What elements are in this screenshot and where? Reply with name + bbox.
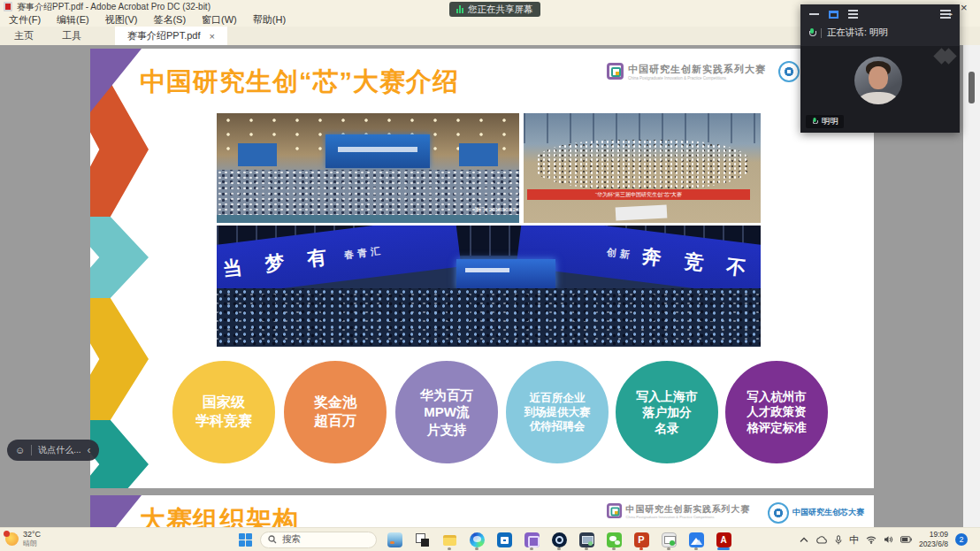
tab-close-icon[interactable]: × bbox=[210, 31, 215, 42]
series-logo-subtitle: China Postgraduate Innovation & Practice… bbox=[628, 76, 766, 80]
collapse-panel-icon[interactable] bbox=[940, 10, 951, 19]
ime-indicator[interactable]: 中 bbox=[849, 533, 859, 547]
chat-input[interactable]: 说点什么... bbox=[38, 444, 80, 456]
avatar-body bbox=[859, 92, 898, 104]
tab-tools[interactable]: 工具 bbox=[48, 27, 96, 45]
chat-bubble[interactable]: ☺ 说点什么... ‹ bbox=[7, 440, 99, 461]
window-close-button[interactable]: × bbox=[961, 2, 968, 13]
remote-desktop-icon bbox=[579, 532, 594, 547]
benefit-line: 国家级 bbox=[203, 394, 245, 412]
clock-time: 19:09 bbox=[919, 530, 948, 540]
taskbar-icon-store[interactable] bbox=[494, 529, 514, 550]
call-panel-header[interactable] bbox=[800, 4, 960, 24]
background-structures bbox=[524, 113, 761, 143]
chevron-decoration bbox=[90, 82, 149, 217]
red-banner-text: “华为杯”第三届中国研究生创“芯”大赛 bbox=[595, 191, 682, 199]
participant-name-chip: 明明 bbox=[806, 115, 844, 128]
series-competition-logo: 中国研究生创新实践系列大赛 China Postgraduate Innovat… bbox=[607, 503, 750, 519]
taskbar-icon-file-explorer[interactable] bbox=[440, 529, 459, 550]
banner-left-small-text: 春青汇 bbox=[343, 243, 384, 261]
taskbar-icon-acrobat[interactable]: A bbox=[714, 529, 733, 550]
collapse-chevron-icon[interactable]: ‹ bbox=[88, 444, 91, 456]
video-call-panel[interactable]: 正在讲话: 明明 明明 bbox=[800, 4, 960, 133]
pdf-page-1[interactable]: 中国研究生创“芯”大赛介绍 中国研究生创新实践系列大赛 China Postgr… bbox=[90, 49, 874, 488]
onedrive-cloud-icon[interactable] bbox=[815, 536, 828, 544]
menu-window[interactable]: 窗口(W) bbox=[202, 13, 237, 27]
weather-condition: 晴朗 bbox=[23, 540, 41, 548]
benefit-line: MPW流 bbox=[424, 403, 470, 421]
taskbar-icon-target-app[interactable] bbox=[549, 529, 569, 550]
taskbar-icon-squares-app[interactable] bbox=[412, 529, 432, 550]
menu-help[interactable]: 帮助(H) bbox=[253, 13, 286, 27]
tray-expand-chevron-icon[interactable] bbox=[800, 537, 808, 543]
chip-competition-logo-title: 中国研究生创芯大赛 bbox=[792, 507, 864, 518]
series-logo-icon bbox=[607, 503, 622, 518]
taskbar-icon-edge[interactable] bbox=[467, 529, 486, 550]
participant-name: 明明 bbox=[822, 116, 838, 127]
menu-sign[interactable]: 签名(S) bbox=[153, 13, 186, 27]
auditorium-photo: 当 梦 有 春青汇 创新 奔 竞 不 bbox=[217, 226, 761, 347]
pdf-page-2[interactable]: 大赛组织架构 中国研究生创新实践系列大赛 China Postgraduate … bbox=[90, 495, 874, 528]
tab-home[interactable]: 主页 bbox=[0, 27, 48, 45]
scrollbar-thumb[interactable] bbox=[969, 72, 975, 103]
white-sheet bbox=[616, 204, 668, 220]
series-competition-logo: 中国研究生创新实践系列大赛 China Postgraduate Innovat… bbox=[607, 63, 766, 80]
series-logo-subtitle: China Postgraduate Innovation & Practice… bbox=[626, 516, 750, 520]
notification-badge[interactable]: 2 bbox=[955, 533, 968, 546]
microphone-icon bbox=[808, 28, 815, 38]
search-input[interactable]: 搜索 bbox=[260, 532, 377, 548]
restore-window-icon[interactable] bbox=[829, 11, 838, 19]
taskbar-icon-wechat[interactable] bbox=[604, 529, 624, 550]
squares-app-icon bbox=[415, 532, 430, 547]
search-icon bbox=[268, 535, 277, 544]
side-screen bbox=[238, 143, 277, 166]
powerpoint-icon: P bbox=[634, 532, 649, 547]
ceremony-photo: 厦门 | 2018.10.12 bbox=[217, 113, 519, 223]
taskbar-clock[interactable]: 19:09 2023/6/8 bbox=[919, 530, 948, 548]
corner-triangle-decoration bbox=[90, 495, 142, 528]
desktop-screen: 赛事介绍PPT.pdf - Adobe Acrobat Pro DC (32-b… bbox=[0, 0, 980, 551]
crowd-texture bbox=[217, 288, 761, 347]
taskbar-center: 搜索 P A bbox=[239, 528, 733, 551]
screen-share-banner[interactable]: 您正在共享屏幕 bbox=[449, 2, 540, 17]
tab-document[interactable]: 赛事介绍PPT.pdf × bbox=[115, 27, 227, 45]
wechat-icon bbox=[607, 532, 622, 547]
menu-icon[interactable] bbox=[848, 10, 858, 19]
microphone-tray-icon[interactable] bbox=[835, 535, 842, 545]
wifi-icon[interactable] bbox=[866, 536, 877, 544]
benefit-line: 学科竞赛 bbox=[195, 412, 252, 431]
side-screen bbox=[459, 143, 498, 166]
screenshare-app-icon bbox=[662, 532, 677, 547]
battery-icon[interactable] bbox=[900, 536, 912, 543]
benefit-line: 名录 bbox=[655, 420, 679, 436]
menu-file[interactable]: 文件(F) bbox=[9, 13, 41, 27]
taskbar-icon-remote-desktop[interactable] bbox=[577, 529, 596, 550]
taskbar-icon-meeting-app[interactable] bbox=[686, 529, 706, 550]
menu-view[interactable]: 视图(V) bbox=[105, 13, 138, 27]
benefit-line: 写入上海市 bbox=[636, 388, 698, 404]
weather-widget[interactable]: 32°C 晴朗 bbox=[5, 530, 41, 547]
start-button[interactable] bbox=[239, 533, 252, 547]
emoji-icon[interactable]: ☺ bbox=[15, 445, 25, 455]
group-photo: “华为杯”第三届中国研究生创“芯”大赛 bbox=[524, 113, 761, 223]
watermark-logo bbox=[940, 50, 954, 65]
speaker-icon[interactable] bbox=[884, 535, 893, 544]
slide2-title: 大赛组织架构 bbox=[140, 503, 299, 528]
taskbar-icon-purple-app[interactable] bbox=[522, 529, 541, 550]
benefit-line: 优待招聘会 bbox=[530, 419, 586, 433]
system-tray: 中 19:09 2023/6/8 2 bbox=[800, 528, 968, 551]
speaking-label: 正在讲话: 明明 bbox=[827, 27, 888, 39]
menu-edit[interactable]: 编辑(E) bbox=[57, 13, 89, 27]
series-logo-title: 中国研究生创新实践系列大赛 bbox=[628, 63, 766, 76]
vertical-scrollbar[interactable] bbox=[963, 45, 980, 528]
taskbar-icon-powerpoint[interactable]: P bbox=[632, 529, 651, 550]
taskbar-icon-task-view[interactable] bbox=[385, 529, 404, 550]
benefit-circle: 近百所企业 到场提供大赛 优待招聘会 bbox=[503, 358, 611, 466]
benefit-line: 格评定标准 bbox=[746, 420, 807, 436]
series-logo-icon bbox=[607, 63, 624, 80]
series-logo-title: 中国研究生创新实践系列大赛 bbox=[626, 503, 750, 516]
benefit-circle: 写入上海市 落户加分 名录 bbox=[613, 358, 721, 466]
crowd-texture bbox=[536, 140, 748, 189]
taskbar-icon-screenshare-app[interactable] bbox=[659, 529, 678, 550]
minimize-icon[interactable] bbox=[809, 13, 819, 15]
